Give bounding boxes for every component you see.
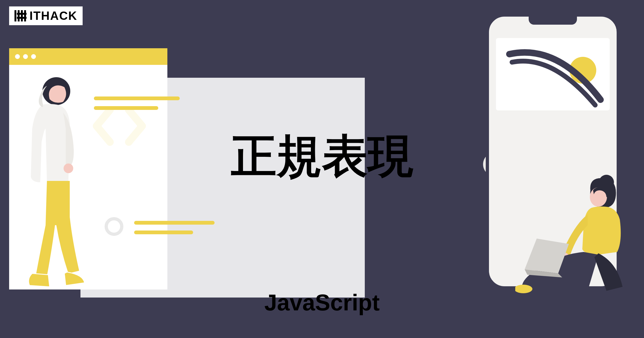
phone-image-placeholder xyxy=(496,38,610,110)
placeholder-avatar-circle xyxy=(105,217,123,236)
placeholder-line xyxy=(94,106,158,110)
page-subtitle: JavaScript xyxy=(264,289,380,316)
svg-rect-1 xyxy=(18,10,20,21)
placeholder-line xyxy=(134,221,215,225)
window-control-dot xyxy=(23,54,28,59)
person-standing-illustration xyxy=(16,75,86,295)
page-title: 正規表現 xyxy=(231,126,413,187)
window-control-dot xyxy=(31,54,36,59)
phone-notch xyxy=(529,17,577,25)
window-control-dot xyxy=(15,54,20,59)
svg-rect-5 xyxy=(17,17,27,19)
ithack-logo-badge: ITHACK xyxy=(9,6,83,25)
svg-rect-4 xyxy=(17,13,27,15)
svg-point-7 xyxy=(64,164,73,173)
content-card xyxy=(80,78,365,298)
mountain-icon xyxy=(504,46,606,108)
svg-rect-2 xyxy=(21,10,23,21)
ithack-logo-icon xyxy=(14,10,27,21)
browser-titlebar xyxy=(9,48,167,65)
placeholder-line xyxy=(134,231,193,234)
svg-rect-0 xyxy=(14,10,16,21)
placeholder-line xyxy=(94,96,180,100)
logo-text: ITHACK xyxy=(30,9,77,23)
svg-rect-3 xyxy=(24,10,26,21)
person-sitting-illustration xyxy=(515,172,639,298)
